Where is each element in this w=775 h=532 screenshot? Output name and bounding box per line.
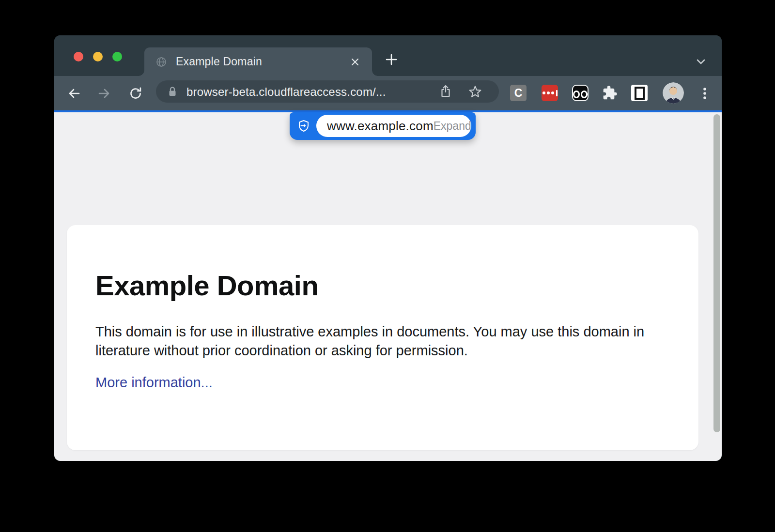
circle-glyph — [581, 91, 588, 98]
extension-lastpass-icon[interactable] — [542, 85, 558, 101]
lastpass-bar — [556, 90, 558, 96]
three-dot-menu-icon[interactable] — [697, 86, 713, 101]
extension-c-icon[interactable]: C — [510, 85, 527, 101]
lastpass-dot — [542, 91, 545, 94]
panel-rect-glyph — [635, 87, 645, 100]
page-title: Example Domain — [95, 270, 669, 302]
share-icon[interactable] — [438, 84, 453, 99]
desktop-background: Example Domain — [0, 0, 775, 532]
example-domain-card: Example Domain This domain is for use in… — [67, 225, 698, 450]
circle-glyph — [573, 91, 580, 98]
more-information-link[interactable]: More information... — [95, 375, 213, 391]
bookmark-star-icon[interactable] — [468, 84, 482, 99]
lastpass-dot — [547, 91, 550, 94]
shield-arrow-icon — [297, 119, 310, 133]
isolation-pill: www.example.com Expand — [290, 112, 476, 140]
close-tab-icon[interactable] — [349, 56, 361, 68]
back-button[interactable] — [66, 86, 82, 101]
close-window-button[interactable] — [74, 52, 83, 61]
toolbar: browser-beta.cloudflareaccess.com/... C — [54, 76, 722, 110]
forward-button[interactable] — [96, 86, 112, 101]
tab-search-chevron-icon[interactable] — [695, 55, 707, 68]
lastpass-dot — [551, 91, 554, 94]
reload-button[interactable] — [128, 86, 143, 101]
lock-icon[interactable] — [166, 85, 179, 98]
window-controls — [74, 52, 122, 61]
profile-avatar[interactable] — [663, 82, 684, 104]
tab-strip: Example Domain — [54, 35, 722, 76]
page-content: www.example.com Expand Example Domain Th… — [54, 112, 722, 461]
browser-window: Example Domain — [54, 35, 722, 461]
isolated-host-text: www.example.com — [327, 119, 434, 134]
isolated-host-pill[interactable]: www.example.com Expand — [316, 115, 471, 137]
puzzle-extensions-icon[interactable] — [602, 85, 618, 101]
url-text: browser-beta.cloudflareaccess.com/... — [186, 80, 386, 103]
tab-example-domain[interactable]: Example Domain — [144, 47, 372, 76]
minimize-window-button[interactable] — [93, 52, 103, 61]
page-body-text: This domain is for use in illustrative e… — [95, 322, 651, 360]
scrollbar-thumb[interactable] — [713, 114, 720, 432]
side-panel-icon[interactable] — [631, 85, 648, 101]
globe-icon — [155, 56, 168, 68]
address-bar[interactable]: browser-beta.cloudflareaccess.com/... — [156, 80, 499, 103]
new-tab-button[interactable] — [385, 53, 398, 66]
tab-title: Example Domain — [176, 55, 262, 68]
fullscreen-window-button[interactable] — [112, 52, 122, 61]
expand-button[interactable]: Expand — [434, 120, 471, 133]
extension-two-circles-icon[interactable] — [572, 85, 589, 101]
extension-c-label: C — [514, 87, 523, 100]
